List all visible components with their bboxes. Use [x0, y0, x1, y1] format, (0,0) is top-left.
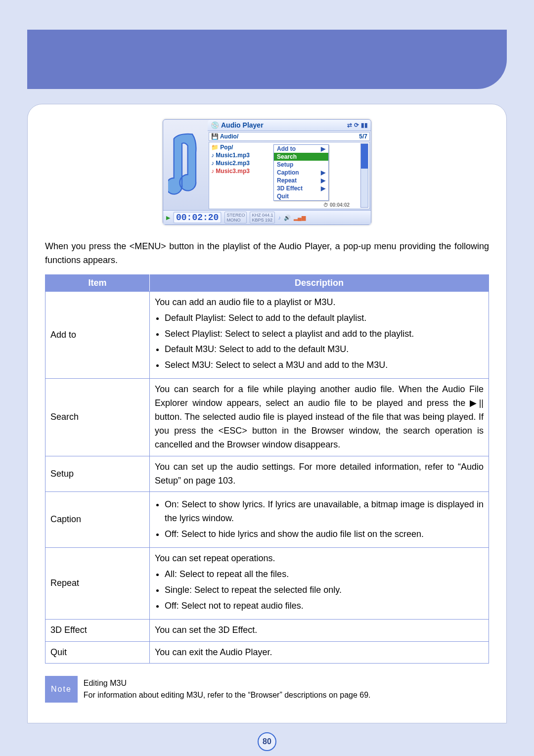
row-quit-desc: You can exit the Audio Player. — [150, 641, 489, 664]
menu-3d-effect[interactable]: 3D Effect▶ — [274, 184, 328, 192]
page-number: 80 — [258, 732, 276, 751]
row-repeat-desc: You can set repeat operations. All: Sele… — [150, 548, 489, 620]
row-search-desc: You can search for a file while playing … — [150, 379, 489, 456]
note-title: Editing M3U — [84, 677, 371, 689]
rate-chip: KHZ 044.1KBPS 192 — [250, 212, 275, 223]
stereo-chip: STEREOMONO — [224, 212, 247, 223]
path-label: 💾 Audio/ — [211, 133, 238, 140]
elapsed-time: 00:02:20 — [173, 212, 222, 223]
col-item: Item — [45, 274, 150, 291]
intro-paragraph: When you press the <MENU> button in the … — [45, 240, 489, 267]
duration-label: 00:04:02 — [330, 202, 350, 208]
row-effect-desc: You can set the 3D Effect. — [150, 619, 489, 641]
status-icon: ⇄ — [347, 122, 352, 129]
music-note-icon — [163, 120, 208, 209]
row-setup-item: Setup — [45, 456, 150, 492]
menu-description-table: Item Description Add to You can add an a… — [45, 274, 489, 664]
row-add-to-desc: You can add an audio file to a playlist … — [150, 291, 489, 378]
row-caption-desc: On: Select to show lyrics. If lyrics are… — [150, 492, 489, 548]
menu-setup[interactable]: Setup — [274, 161, 328, 169]
row-quit-item: Quit — [45, 641, 150, 664]
status-icon: ⟳ — [354, 122, 359, 129]
audio-player-screenshot: 💿 Audio Player ⇄ ⟳ ▮▮ 💾 Audio/ 5/7 — [163, 119, 371, 225]
row-effect-item: 3D Effect — [45, 619, 150, 641]
menu-search[interactable]: Search — [274, 153, 328, 161]
note-body: For information about editing M3U, refer… — [84, 689, 371, 701]
row-add-to-item: Add to — [45, 291, 150, 378]
header-band — [27, 30, 507, 89]
play-icon: ▶ — [166, 215, 170, 221]
menu-repeat[interactable]: Repeat▶ — [274, 177, 328, 184]
eq-icon: ♪ — [278, 215, 281, 221]
row-search-item: Search — [45, 379, 150, 456]
battery-icon: ▮▮ — [361, 122, 368, 129]
note-label: Note — [45, 676, 78, 703]
menu-quit[interactable]: Quit — [274, 192, 328, 200]
content-frame: 💿 Audio Player ⇄ ⟳ ▮▮ 💾 Audio/ 5/7 — [27, 104, 507, 723]
speaker-icon: 🔊 — [284, 215, 291, 221]
menu-add-to[interactable]: Add to▶ — [274, 145, 328, 153]
col-description: Description — [150, 274, 489, 291]
note-box: Note Editing M3U For information about e… — [45, 675, 489, 703]
row-setup-desc: You can set up the audio settings. For m… — [150, 456, 489, 492]
row-repeat-item: Repeat — [45, 548, 150, 620]
player-title: Audio Player — [221, 121, 264, 129]
scrollbar[interactable] — [360, 143, 368, 208]
cd-icon: 💿 — [211, 121, 219, 129]
signal-icon: ▂▄▆ — [294, 215, 306, 221]
track-counter: 5/7 — [359, 133, 367, 140]
row-caption-item: Caption — [45, 492, 150, 548]
menu-caption[interactable]: Caption▶ — [274, 169, 328, 177]
context-menu: Add to▶ Search Setup Caption▶ Repeat▶ 3D… — [273, 144, 329, 201]
